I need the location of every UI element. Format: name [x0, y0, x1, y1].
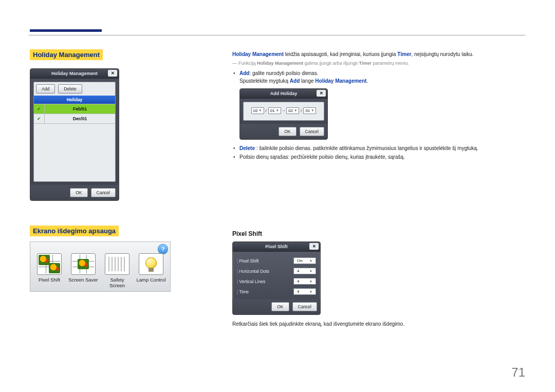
- table-row[interactable]: ✔ Feb/01: [34, 104, 115, 114]
- window-title: Holiday Management: [51, 71, 98, 76]
- ok-button[interactable]: OK: [271, 302, 289, 311]
- item-label: Safety Screen: [102, 277, 132, 288]
- lamp-control-icon: [139, 253, 163, 275]
- pixel-shift-icon: [37, 253, 62, 275]
- close-icon[interactable]: ✕: [108, 70, 117, 77]
- bullet-list: Poilsio dienų sąrašas: peržiūrėkite poil…: [239, 153, 520, 161]
- burn-protection-panel: ? Pixel Shift Screen Saver: [30, 241, 171, 292]
- setting-label: Time: [237, 289, 249, 294]
- cell-value: Dec/01: [45, 116, 115, 121]
- add-holiday-window: Add Holiday ✕ 02▼ / 01▼ ~ 02▼ / 01▼: [239, 88, 328, 140]
- range-separator: ~: [283, 108, 285, 113]
- pixel-shift-caption: Retkarčiais šiek tiek pajudinkite ekraną…: [232, 320, 520, 328]
- setting-label: Pixel Shift: [237, 258, 258, 264]
- bullet-delete: Delete : šalinkite poilsio dienas. patik…: [239, 144, 520, 153]
- month-from-select[interactable]: 02▼: [251, 107, 264, 114]
- setting-row: Time 4▼: [237, 287, 316, 297]
- pixel-shift-title: Pixel Shift: [232, 230, 520, 237]
- section-title-burn: Ekrano išdegimo apsauga: [30, 226, 119, 236]
- delete-button[interactable]: Delete: [58, 84, 82, 94]
- screen-saver-item[interactable]: Screen Saver: [68, 253, 98, 288]
- header-rule: [29, 35, 525, 35]
- ok-button[interactable]: OK: [279, 127, 296, 136]
- table-header: Holiday: [34, 96, 115, 104]
- page-number: 71: [511, 365, 525, 380]
- help-icon[interactable]: ?: [158, 244, 168, 254]
- cancel-button[interactable]: Cancel: [300, 127, 324, 136]
- setting-row: Horizontal Dots 4▼: [237, 266, 316, 276]
- section-title-holiday: Holiday Management: [30, 49, 103, 60]
- safety-screen-item[interactable]: Safety Screen: [102, 253, 132, 288]
- holiday-management-window: Holiday Management ✕ Add Delete Holiday …: [30, 68, 119, 201]
- header-accent-bar: [30, 29, 102, 32]
- table-row[interactable]: ✔ Dec/01: [34, 114, 115, 123]
- setting-label: Horizontal Dots: [237, 269, 269, 274]
- setting-select[interactable]: 4▼: [293, 278, 316, 285]
- separator: /: [266, 108, 267, 113]
- cancel-button[interactable]: Cancel: [91, 188, 116, 197]
- month-to-select[interactable]: 02▼: [286, 107, 299, 114]
- window-title: Add Holiday: [270, 91, 298, 96]
- cancel-button[interactable]: Cancel: [292, 302, 317, 311]
- setting-row: Vertical Lines 4▼: [237, 276, 316, 287]
- safety-screen-icon: [105, 253, 130, 275]
- setting-label: Vertical Lines: [237, 279, 265, 284]
- setting-select[interactable]: 4▼: [293, 288, 316, 295]
- separator: /: [301, 108, 302, 113]
- close-icon[interactable]: ✕: [317, 90, 326, 97]
- lamp-control-item[interactable]: Lamp Control: [136, 253, 166, 288]
- intro-text: Holiday Management leidžia apsisaugoti, …: [232, 50, 520, 59]
- setting-select[interactable]: 4▼: [293, 268, 316, 274]
- window-title: Pixel Shift: [265, 244, 288, 249]
- close-icon[interactable]: ✕: [309, 243, 319, 250]
- add-button[interactable]: Add: [36, 84, 55, 94]
- item-label: Screen Saver: [68, 277, 98, 283]
- item-label: Pixel Shift: [34, 277, 64, 283]
- ok-button[interactable]: OK: [70, 188, 87, 197]
- setting-select[interactable]: On▼: [293, 257, 316, 264]
- pixel-shift-item[interactable]: Pixel Shift: [34, 253, 64, 288]
- item-label: Lamp Control: [136, 277, 166, 283]
- checkbox-icon[interactable]: ✔: [34, 114, 45, 123]
- pixel-shift-window: Pixel Shift ✕ Pixel Shift On▼ Horizontal…: [232, 241, 321, 315]
- footnote: ―Funkciją Holiday Management galima įjun…: [232, 61, 520, 66]
- screen-saver-icon: [71, 253, 96, 275]
- cell-value: Feb/01: [45, 106, 115, 111]
- day-to-select[interactable]: 01▼: [303, 107, 316, 114]
- setting-row: Pixel Shift On▼: [237, 256, 316, 266]
- bullet-add: Add: galite nurodyti poilsio dienas. Spu…: [239, 69, 520, 85]
- checkbox-icon[interactable]: ✔: [34, 104, 45, 114]
- day-from-select[interactable]: 01▼: [268, 107, 281, 114]
